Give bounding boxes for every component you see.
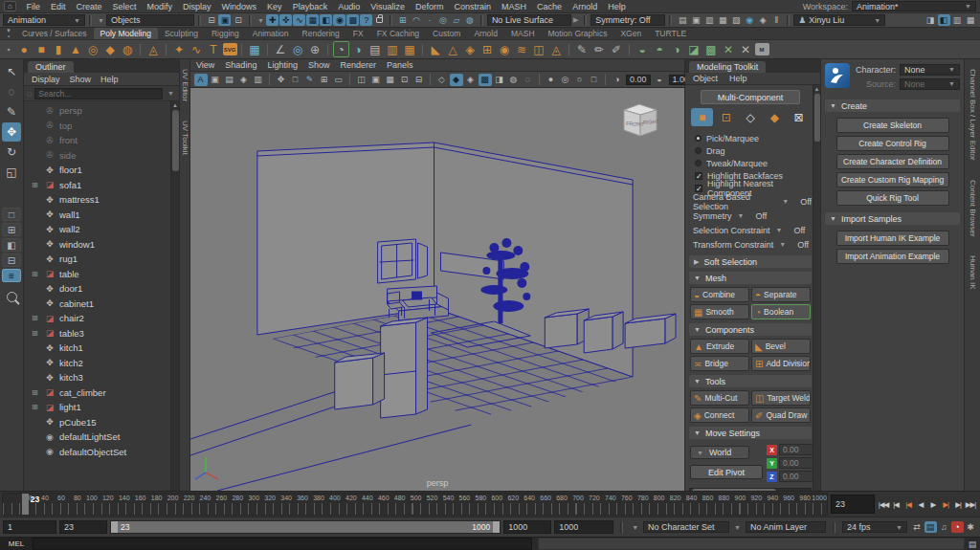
motion-blur-icon[interactable]: ◌ [522,74,535,86]
maya-home-icon[interactable]: ⌂ [4,1,16,11]
mask-deformations-icon[interactable]: ◧ [320,14,332,26]
menu-set-dropdown[interactable]: Animation▼ [3,14,85,26]
create-skeleton-button[interactable]: Create Skeleton [836,118,949,133]
make-live-icon[interactable]: ◔ [333,41,349,57]
make-object-live-icon[interactable]: ◍ [463,14,476,26]
screen-space-ao-icon[interactable]: ◍ [507,74,521,86]
chevron-down-icon[interactable]: ▼ [167,90,174,97]
command-input[interactable] [33,538,532,550]
circularize-icon[interactable]: ◉ [497,41,513,57]
arnold-renderview-icon[interactable]: ◉ [744,14,756,26]
isolate-select-icon[interactable]: ○ [573,74,587,86]
viewport-canvas[interactable]: FRONT RIGHT persp [190,88,684,491]
film-gate-icon[interactable]: ▭ [332,74,345,86]
separate-button[interactable]: ◓Separate [751,287,811,302]
expand-icon[interactable]: ⊞ [32,388,43,397]
selection-mode-dropdown[interactable]: Objects [106,14,194,26]
multisample-icon[interactable]: ● [545,74,558,86]
vertex-mode-icon[interactable]: ⊡ [715,108,737,126]
snap-projected-center-icon[interactable]: ◎ [436,14,449,26]
snap-view-plane-icon[interactable]: ▱ [450,14,462,26]
edit-pivot-button[interactable]: Edit Pivot [690,465,763,479]
quad-patch-icon[interactable]: ⊞ [479,41,496,57]
xray-icon[interactable]: □ [588,74,601,86]
step-forward-key-button[interactable]: ▶| [940,497,951,511]
boolean-intersect-icon[interactable]: ◑ [669,41,685,57]
panel-tab-uv-toolkit[interactable]: UV Toolkit [181,111,189,165]
pause-viewport-icon[interactable]: ‖ [770,14,783,26]
gamma-icon[interactable]: ◒ [653,74,666,86]
multi-component-button[interactable]: Multi-Component [701,90,800,104]
open-render-view-icon[interactable]: ▣ [690,14,702,26]
platonic-solid-icon[interactable]: ◬ [145,41,162,57]
mask-joints-icon[interactable]: ✜ [279,14,292,26]
grid-toggle-icon[interactable]: ⊞ [318,74,331,86]
lock-camera-icon[interactable]: ▣ [209,74,222,86]
edge-flow-icon[interactable]: ≋ [514,41,530,57]
command-language-dropdown[interactable]: MEL [0,538,33,550]
quad-draw-shelf-icon[interactable]: ◑ [350,41,367,57]
axis-y-field[interactable]: 0.00 [779,457,817,469]
outliner-toggle-icon[interactable]: ≡ [2,269,21,282]
outliner-item-persp[interactable]: ✇persp [24,103,170,119]
paint-select-tool-icon[interactable]: ✎ [2,102,21,121]
current-frame-field[interactable]: 23 [831,495,875,514]
target-weld-button[interactable]: ◫Target Weld [751,390,811,406]
shelf-tab-fx[interactable]: FX [346,28,370,39]
outliner-item-defaultobjectset[interactable]: ◉defaultObjectSet [24,445,170,460]
scrollbar-thumb[interactable] [814,94,820,142]
import-samples-header[interactable]: ▼ Import Samples [825,212,960,225]
animation-start-field[interactable]: 1 [3,520,56,534]
panel-tab-uv-editor[interactable]: UV Editor [181,59,189,111]
toolkit-menu-help[interactable]: Help [729,74,747,83]
viewport-menu-view[interactable]: View [196,60,214,70]
combine-button[interactable]: ◒Combine [690,287,749,302]
resolution-gate-icon[interactable]: ◫ [355,74,368,86]
reduce-icon[interactable]: ✕ [738,41,754,57]
object-mode-icon[interactable]: ■ [691,108,713,126]
overscan-icon[interactable]: □ [289,74,302,86]
ipr-render-icon[interactable]: ▦ [717,14,729,26]
radio-drag[interactable]: Drag [689,144,812,157]
radio-pick-marquee[interactable]: Pick/Marquee [689,132,812,144]
panel-tab-channel-box-layer-editor[interactable]: Channel Box / Layer Editor [969,59,977,170]
menu-create[interactable]: Create [71,2,107,11]
range-start-handle[interactable] [111,521,118,533]
outliner-item-window1[interactable]: ✥window1 [24,237,170,253]
toggle-attribute-editor-icon[interactable]: ◨ [924,14,937,26]
shelf-tab-rendering[interactable]: Rendering [296,28,346,39]
expand-icon[interactable]: ⊞ [32,329,43,338]
menu-windows[interactable]: Windows [216,2,262,11]
mask-dynamics-icon[interactable]: ◉ [333,14,345,26]
bevel-shelf-icon[interactable]: ◣ [428,41,444,57]
menu-help[interactable]: Help [603,2,632,11]
bridge-button[interactable]: ≍Bridge [690,356,749,371]
range-end-handle[interactable] [493,521,500,533]
quick-rig-tool-button[interactable]: Quick Rig Tool [836,190,949,206]
shelf-tab-poly-modeling[interactable]: Poly Modeling [94,28,158,39]
menu-audio[interactable]: Audio [333,2,366,11]
outliner-item-cabinet1[interactable]: ✥cabinet1 [24,297,170,312]
lookdev-icon[interactable]: ◈ [757,14,769,26]
safe-action-icon[interactable]: ⊡ [398,74,412,86]
menu-arnold[interactable]: Arnold [568,2,603,11]
safe-title-icon[interactable]: ⊟ [412,74,426,86]
construction-plane-icon[interactable]: ▦ [247,41,263,57]
viewport-menu-panels[interactable]: Panels [387,60,413,70]
menu-file[interactable]: File [21,2,46,11]
play-backwards-button[interactable]: ◀ [915,497,926,511]
menu-key[interactable]: Key [262,2,288,11]
modeling-toolkit-tab[interactable]: Modeling Toolkit [689,61,766,73]
menu-edit[interactable]: Edit [46,2,72,11]
quad-draw-button[interactable]: ✐Quad Draw [751,407,811,423]
outliner-item-kitch1[interactable]: ✥kitch1 [24,341,170,356]
outliner-item-pcube15[interactable]: ✥pCube15 [24,415,170,430]
toggle-channel-box-icon[interactable]: ▥ [951,14,964,26]
shelf-tab-curves-surfaces[interactable]: Curves / Surfaces [15,28,94,39]
combine-shelf-icon[interactable]: ◈ [462,41,479,57]
dropdown-transform-constraint[interactable]: Transform Constraint▼Off [689,237,812,252]
depth-of-field-icon[interactable]: ◎ [559,74,572,86]
shelf-options-icon[interactable]: ▾ [2,46,15,53]
mute-audio-icon[interactable]: ♫ [938,521,950,533]
add-divisions-button[interactable]: ⊞Add Divisions [751,356,811,371]
